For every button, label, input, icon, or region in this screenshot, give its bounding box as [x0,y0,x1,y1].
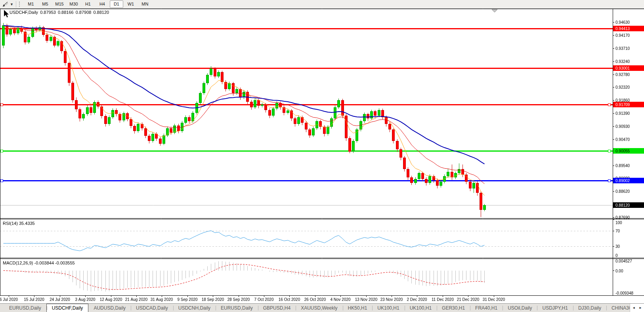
ohlc-open: 0.87953 [40,10,56,15]
toolbar-separator [16,1,16,8]
tab-gbpusd-h4[interactable]: GBPUSD,H4 [258,304,296,312]
macd-indicator-label: MACD(12,26,9) -0.003844 -0.003555 [3,261,75,265]
tab-hk50-h1[interactable]: HK50,H1 [343,304,373,312]
ohlc-close: 0.88120 [93,10,109,15]
tab-eurusd-daily[interactable]: EURUSD,Daily [216,304,258,312]
rsi-name: RSI(14) [3,221,18,226]
tab-usoil-daily[interactable]: USOil,Daily [503,304,537,312]
tf-button-d1[interactable]: D1 [110,0,123,8]
toolbar-grip[interactable] [19,2,21,7]
tf-button-h4[interactable]: H4 [96,0,109,8]
tf-button-mn[interactable]: MN [138,0,152,8]
tab-usdcad-daily[interactable]: USDCAD,Daily [131,304,173,312]
rsi-value: 35.4335 [19,221,35,226]
symbol-label: USDCHF,Daily [10,10,38,15]
ohlc-high: 0.88166 [58,10,74,15]
tab-eurusd-daily[interactable]: EURUSD,Daily [4,304,46,312]
tab-usdcnh-daily[interactable]: USDCNH,Daily [173,304,216,312]
tf-button-w1[interactable]: W1 [124,0,138,8]
tab-scroll-left-icon[interactable]: ◄ [632,306,635,310]
tf-button-m5[interactable]: M5 [38,0,52,8]
tab-uk100-h1[interactable]: UK100,H1 [405,304,437,312]
tab-audusd-daily[interactable]: AUDUSD,Daily [88,304,131,312]
rsi-indicator-label: RSI(14) 35.4335 [3,221,35,226]
ohlc-low: 0.87908 [76,10,92,15]
tab-xauusd-weekly[interactable]: XAUUSD,Weekly [296,304,342,312]
cursor-tool-glyph [2,2,9,7]
chart-symbol-info: USDCHF,Daily0.879530.881660.879080.88120 [10,10,111,15]
tf-button-m1[interactable]: M1 [24,0,38,8]
chart-tabs: EURUSD,DailyUSDCHF,DailyAUDUSD,DailyUSDC… [0,304,630,312]
tab-usdchf-daily[interactable]: USDCHF,Daily [46,304,89,312]
tab-china300-h1[interactable]: CHINA300,H1 [606,304,630,312]
tab-scroll-arrows: ◄ ► [630,304,644,312]
cursor-tool-icon[interactable] [2,1,10,8]
tab-usdjpy-h1[interactable]: USDJPY,H1 [537,304,573,312]
tab-fra40-h1[interactable]: FRA40,H1 [470,304,503,312]
macd-signal-value: -0.003555 [55,261,75,265]
toolbar: ▼ M1M5M15M30H1H4D1W1MN [0,0,644,9]
tf-button-m30[interactable]: M30 [67,0,80,8]
tab-uk100-h1[interactable]: UK100,H1 [372,304,404,312]
tab-scroll-right-icon[interactable]: ► [639,306,642,310]
tf-button-h1[interactable]: H1 [81,0,95,8]
macd-main-value: -0.003844 [34,261,54,265]
macd-name: MACD(12,26,9) [3,261,33,265]
chevron-down-icon[interactable]: ▼ [10,2,13,6]
timeframe-buttons: M1M5M15M30H1H4D1W1MN [24,0,152,8]
tf-button-m15[interactable]: M15 [53,0,66,8]
tab-dj30-daily[interactable]: DJ30,Daily [573,304,606,312]
chart-tab-bar: EURUSD,DailyUSDCHF,DailyAUDUSD,DailyUSDC… [0,303,644,312]
tab-ger30-h1[interactable]: GER30,H1 [437,304,470,312]
chart-canvas[interactable] [0,0,644,303]
